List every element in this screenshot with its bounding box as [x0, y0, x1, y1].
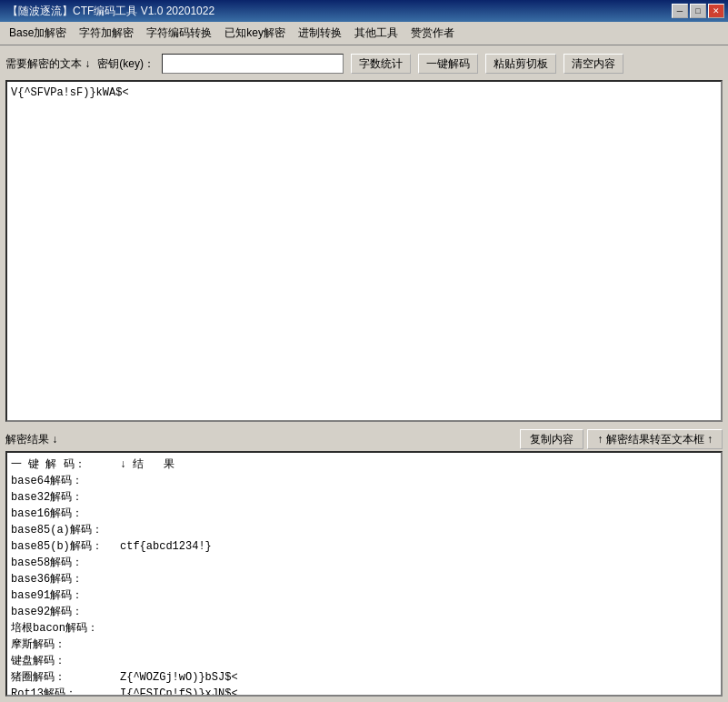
- result-row: 摩斯解码：: [11, 637, 717, 653]
- result-row-value: ctf{abcd1234!}: [120, 540, 212, 553]
- result-row-value: Z{^WOZGj!wO)}bSJ$<: [120, 671, 238, 684]
- menu-other-tools[interactable]: 其他工具: [349, 24, 404, 43]
- maximize-button[interactable]: □: [690, 4, 706, 18]
- result-row-value: I{^FSICn!fS)}xJN$<: [120, 687, 238, 697]
- result-row-label: 培根bacon解码：: [11, 620, 120, 637]
- minimize-button[interactable]: ─: [672, 4, 688, 18]
- result-row-label: base16解码：: [11, 506, 120, 522]
- input-label: 需要解密的文本 ↓: [5, 56, 90, 72]
- result-row: Rot13解码：I{^FSICn!fS)}xJN$<: [11, 686, 717, 697]
- close-button[interactable]: ✕: [708, 4, 724, 18]
- count-button[interactable]: 字数统计: [351, 54, 411, 74]
- result-row-label: base85(a)解码：: [11, 522, 120, 538]
- result-area[interactable]: 一 键 解 码：↓ 结 果base64解码：base32解码：base16解码：…: [5, 451, 723, 697]
- result-row: base36解码：: [11, 571, 717, 587]
- title-bar-buttons: ─ □ ✕: [672, 4, 724, 18]
- result-row-label: 猪圈解码：: [11, 669, 120, 686]
- menu-donate[interactable]: 赞赏作者: [405, 24, 460, 43]
- result-row: base58解码：: [11, 555, 717, 571]
- result-row-label: base91解码：: [11, 587, 120, 604]
- copy-button[interactable]: 复制内容: [520, 429, 583, 449]
- result-label: 解密结果 ↓: [5, 432, 516, 447]
- result-row: base85(a)解码：: [11, 522, 717, 538]
- result-row-label: base58解码：: [11, 555, 120, 571]
- result-row: base64解码：: [11, 473, 717, 489]
- result-row: base16解码：: [11, 506, 717, 522]
- main-container: 需要解密的文本 ↓ 密钥(key)： 字数统计 一键解码 粘贴剪切板 清空内容 …: [0, 45, 728, 702]
- input-text-content: V{^SFVPa!sF)}kWA$<: [11, 85, 717, 101]
- result-row: 一 键 解 码：↓ 结 果: [11, 456, 717, 473]
- menu-char-encrypt[interactable]: 字符加解密: [74, 24, 139, 43]
- result-row-label: base64解码：: [11, 473, 120, 489]
- decrypt-button[interactable]: 一键解码: [418, 54, 478, 74]
- text-input-area[interactable]: V{^SFVPa!sF)}kWA$<: [5, 80, 723, 422]
- result-row: base32解码：: [11, 489, 717, 506]
- result-row: 培根bacon解码：: [11, 620, 717, 637]
- result-row-label: base32解码：: [11, 489, 120, 506]
- menu-base-convert[interactable]: 进制转换: [293, 24, 347, 43]
- result-row: 键盘解码：: [11, 653, 717, 669]
- result-row-label: Rot13解码：: [11, 686, 120, 697]
- menu-char-encoding[interactable]: 字符编码转换: [141, 24, 217, 43]
- result-row-label: 摩斯解码：: [11, 637, 120, 653]
- result-row-label: 键盘解码：: [11, 653, 120, 669]
- paste-button[interactable]: 粘贴剪切板: [485, 54, 556, 74]
- toolbar-row: 需要解密的文本 ↓ 密钥(key)： 字数统计 一键解码 粘贴剪切板 清空内容: [5, 51, 723, 76]
- title-bar: 【随波逐流】CTF编码工具 V1.0 20201022 ─ □ ✕: [0, 0, 728, 22]
- menu-base[interactable]: Base加解密: [4, 24, 72, 43]
- result-header: 解密结果 ↓ 复制内容 ↑ 解密结果转至文本框 ↑: [5, 427, 723, 451]
- key-label: 密钥(key)：: [97, 56, 155, 72]
- menu-bar: Base加解密 字符加解密 字符编码转换 已知key解密 进制转换 其他工具 赞…: [0, 22, 728, 45]
- result-row-label: 一 键 解 码：: [11, 456, 120, 473]
- result-row: base92解码：: [11, 604, 717, 620]
- result-row-label: base92解码：: [11, 604, 120, 620]
- clear-button[interactable]: 清空内容: [563, 54, 623, 74]
- result-row-label: base36解码：: [11, 571, 120, 587]
- result-row: base85(b)解码：ctf{abcd1234!}: [11, 538, 717, 555]
- result-row-value: ↓ 结 果: [120, 458, 175, 471]
- menu-known-key[interactable]: 已知key解密: [219, 24, 291, 43]
- result-row-label: base85(b)解码：: [11, 538, 120, 555]
- key-input[interactable]: [162, 54, 344, 74]
- result-row: 猪圈解码：Z{^WOZGj!wO)}bSJ$<: [11, 669, 717, 686]
- to-text-button[interactable]: ↑ 解密结果转至文本框 ↑: [587, 429, 723, 449]
- title-text: 【随波逐流】CTF编码工具 V1.0 20201022: [4, 4, 672, 19]
- result-row: base91解码：: [11, 587, 717, 604]
